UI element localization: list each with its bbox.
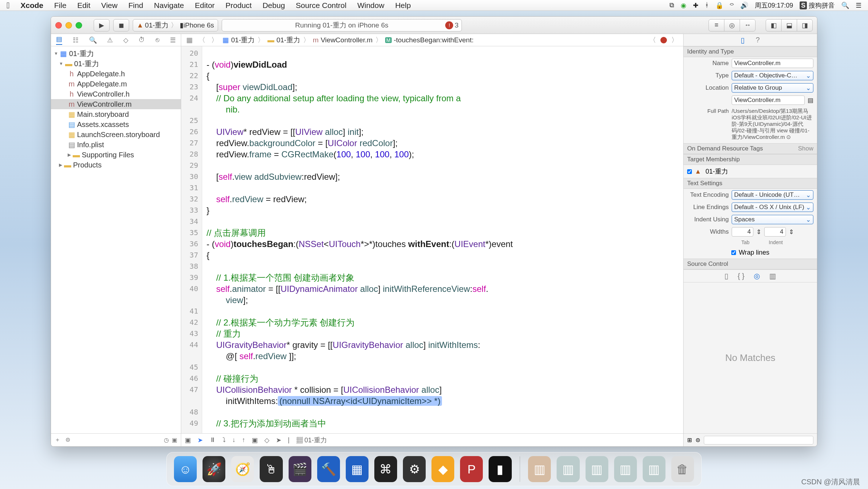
scheme-selector[interactable]: ▲01-重力〉▮ iPhone 6s [133, 19, 218, 31]
target-checkbox[interactable] [687, 169, 692, 174]
recent-filter-icon[interactable]: ◷ [164, 437, 169, 443]
tree-file-viewcontroller-h[interactable]: hViewController.h [51, 89, 181, 99]
dock-min1-icon[interactable]: ▥ [528, 456, 551, 482]
file-template-library-icon[interactable]: ▯ [724, 272, 728, 280]
tree-file-assets[interactable]: ▤Assets.xcassets [51, 119, 181, 129]
location-icon[interactable]: ➤ [276, 436, 281, 444]
indent-using-select[interactable]: Spaces⌄ [732, 215, 813, 224]
filter-icon[interactable]: ⊜ [65, 436, 70, 444]
tree-group[interactable]: ▼▬01-重力 [51, 59, 181, 69]
menu-navigate[interactable]: Navigate [154, 1, 184, 10]
jump-bar[interactable]: ▦ 〈 〉 ▦01-重力〉 ▬01-重力〉 mViewController.m〉… [181, 34, 683, 46]
name-field[interactable]: ViewController.m [732, 59, 813, 68]
scm-filter-icon[interactable]: ▣ [172, 437, 177, 443]
toggle-inspector-icon[interactable]: ◨ [797, 19, 813, 31]
menu-file[interactable]: File [54, 1, 67, 10]
toggle-navigator-icon[interactable]: ◧ [766, 19, 782, 31]
run-button[interactable]: ▶ [94, 19, 110, 31]
error-count[interactable]: 3 [455, 21, 459, 29]
tree-file-appdelegate-h[interactable]: hAppDelegate.h [51, 69, 181, 79]
status-ime[interactable]: S 搜狗拼音 [800, 1, 835, 10]
pause-icon[interactable]: ⏸ [209, 436, 216, 444]
status-volume-icon[interactable]: 🔊 [740, 1, 748, 9]
breakpoints-toggle-icon[interactable]: ➤ [197, 436, 203, 444]
dock-terminal-icon[interactable]: ⌘ [374, 456, 397, 482]
report-navigator-icon[interactable]: ☰ [170, 36, 176, 44]
toggle-debug-area-icon[interactable]: ▣ [185, 436, 191, 444]
apple-menu-icon[interactable]:  [7, 0, 10, 10]
navigator-filter-bar[interactable]: ＋⊜ ◷▣ [51, 433, 181, 446]
tree-project[interactable]: ▼▦01-重力 [51, 48, 181, 59]
dock-min3-icon[interactable]: ▥ [586, 456, 608, 482]
source-editor[interactable]: - (void)viewDidLoad{ [super viewDidLoad]… [202, 46, 683, 433]
library-tabs[interactable]: ▯ { } ◎ ▥ [684, 269, 817, 282]
code-snippet-library-icon[interactable]: { } [738, 272, 745, 280]
debug-bar[interactable]: ▣ ➤ ⏸ ⤵ ↓ ↑ ▣ ◇ ➤ | ▦ 01-重力 [181, 433, 683, 446]
find-navigator-icon[interactable]: 🔍 [89, 36, 97, 44]
dock-min4-icon[interactable]: ▥ [614, 456, 637, 482]
dock-min5-icon[interactable]: ▥ [643, 456, 665, 482]
choose-folder-icon[interactable]: ▤ [808, 97, 813, 104]
tree-file-appdelegate-m[interactable]: mAppDelegate.m [51, 79, 181, 89]
quickhelp-inspector-icon[interactable]: ? [756, 36, 760, 44]
code-placeholder[interactable]: (nonnull NSArray<id<UIDynamicItem>> *) [278, 396, 442, 406]
standard-editor-icon[interactable]: ≡ [709, 19, 724, 31]
dock-app-blue-icon[interactable]: ▦ [346, 456, 369, 482]
tree-file-viewcontroller-m[interactable]: mViewController.m [51, 99, 181, 109]
library-filter-icon[interactable]: ⊜ [695, 437, 700, 443]
jump-crumb-file[interactable]: mViewController.m [313, 36, 373, 44]
debug-navigator-icon[interactable]: ⏱ [139, 36, 145, 44]
jump-crumb-project[interactable]: ▦01-重力 [222, 35, 255, 45]
file-inspector-icon[interactable]: ▯ [741, 36, 745, 44]
error-badge-icon[interactable]: ! [445, 21, 453, 29]
tree-file-main-storyboard[interactable]: ▦Main.storyboard [51, 109, 181, 119]
back-icon[interactable]: 〈 [197, 35, 207, 45]
type-select[interactable]: Default - Objective-C…⌄ [732, 71, 813, 80]
menu-help[interactable]: Help [395, 1, 411, 10]
object-library-icon[interactable]: ◎ [754, 272, 760, 280]
version-editor-icon[interactable]: ↔ [740, 19, 756, 31]
line-endings-select[interactable]: Default - OS X / Unix (LF)⌄ [732, 203, 813, 212]
dock-app-mouse-icon[interactable]: 🖱 [260, 456, 282, 482]
issue-indicator-icon[interactable] [660, 37, 667, 43]
dock-app-black-icon[interactable]: ▮ [489, 456, 511, 482]
toggle-debug-icon[interactable]: ⬓ [781, 19, 797, 31]
menu-debug[interactable]: Debug [263, 1, 285, 10]
wrap-lines-checkbox[interactable] [731, 250, 736, 255]
dock-xcode-icon[interactable]: 🔨 [317, 456, 340, 482]
symbol-navigator-icon[interactable]: ☷ [73, 36, 78, 44]
project-navigator-icon[interactable]: ▤ [56, 35, 62, 45]
dock-sketch-icon[interactable]: ◆ [431, 456, 454, 482]
prev-issue-icon[interactable]: 〈 [648, 35, 658, 45]
dock-app-clapper-icon[interactable]: 🎬 [289, 456, 311, 482]
stop-button[interactable]: ◼ [113, 19, 129, 31]
dock-finder-icon[interactable]: ☺ [174, 456, 197, 482]
tab-width-field[interactable]: 4 [732, 227, 753, 237]
jump-crumb-group[interactable]: ▬01-重力 [267, 35, 300, 45]
step-into-icon[interactable]: ↓ [232, 436, 235, 444]
status-play-icon[interactable]: ◉ [681, 1, 686, 9]
status-lock-icon[interactable]: 🔒 [715, 1, 723, 9]
library-grid-icon[interactable]: ⊞ [687, 437, 692, 443]
tree-supporting-files[interactable]: ▶▬Supporting Files [51, 150, 181, 160]
tab-stepper-icon[interactable]: ⇕ [756, 228, 761, 236]
status-clock[interactable]: 周五09:17:09 [755, 1, 793, 10]
encoding-select[interactable]: Default - Unicode (UT…⌄ [732, 190, 813, 200]
window-close-button[interactable] [55, 22, 62, 29]
memory-graph-icon[interactable]: ◇ [264, 436, 269, 444]
test-navigator-icon[interactable]: ◇ [123, 36, 128, 44]
breakpoint-navigator-icon[interactable]: ⎋ [156, 36, 159, 44]
tree-products[interactable]: ▶▬Products [51, 160, 181, 170]
navigator-tabs[interactable]: ▤ ☷ 🔍 ⚠ ◇ ⏱ ⎋ ☰ [51, 34, 181, 46]
step-over-icon[interactable]: ⤵ [222, 436, 226, 444]
location-select[interactable]: Relative to Group⌄ [732, 83, 813, 93]
menu-app[interactable]: Xcode [21, 1, 43, 10]
status-screenrec-icon[interactable]: ⧉ [669, 1, 674, 9]
assistant-editor-icon[interactable]: ◎ [724, 19, 740, 31]
indent-stepper-icon[interactable]: ⇕ [789, 228, 794, 236]
menu-editor[interactable]: Editor [195, 1, 215, 10]
next-issue-icon[interactable]: 〉 [670, 35, 680, 45]
status-bluetooth-icon[interactable]: ᚼ [705, 1, 709, 9]
dock-launchpad-icon[interactable]: 🚀 [203, 456, 225, 482]
dock-trash-icon[interactable]: 🗑 [671, 456, 694, 482]
